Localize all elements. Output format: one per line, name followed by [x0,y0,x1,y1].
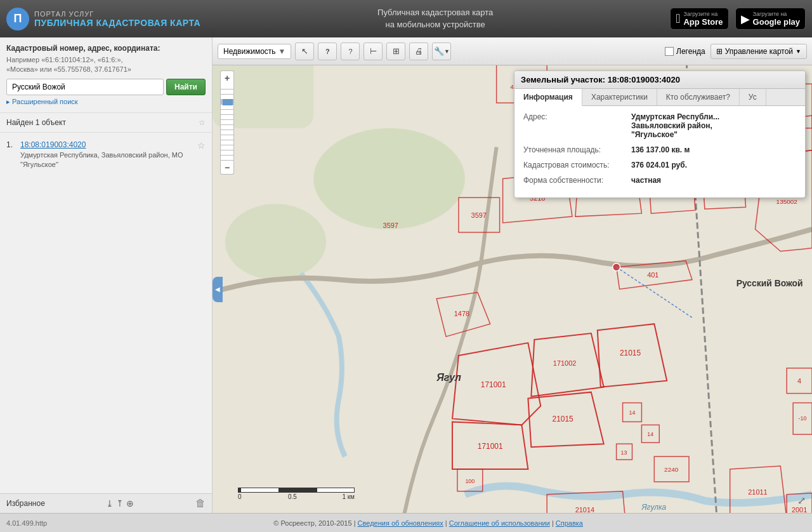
svg-marker-39 [528,392,603,448]
svg-text:135002: 135002 [776,198,798,205]
map-area[interactable]: Недвижимость ▼ ↖ ? ? ⊢ ⊞ 🖨 🔧 [213,37,812,513]
info-row-ownership: Форма собственности: частная [523,176,796,185]
result-item[interactable]: 1. 18:08:019003:4020 Удмуртская Республи… [0,136,212,174]
svg-text:3597: 3597 [383,222,398,229]
svg-text:2240: 2240 [664,466,679,473]
svg-text:171002: 171002 [553,359,577,367]
zoom-tick-1 [221,84,233,90]
print-tool-btn[interactable]: 🖨 [409,43,428,60]
apple-icon:  [676,11,680,26]
layer-dropdown[interactable]: Недвижимость ▼ [218,44,291,59]
appstore-button[interactable]:  Загрузите на App Store [670,8,728,30]
svg-rect-61 [787,368,812,394]
appstore-top: Загрузите на [683,11,723,17]
svg-text:13: 13 [621,449,627,456]
legend-button[interactable]: Легенда [665,47,705,56]
svg-marker-51 [547,491,625,513]
tab-extra[interactable]: Ус [740,89,766,105]
map-toolbar: Недвижимость ▼ ↖ ? ? ⊢ ⊞ 🖨 🔧 [213,37,812,65]
portal-title: ПУБЛИЧНАЯ КАДАСТРОВАЯ КАРТА [34,18,200,28]
logo-text: ПОРТАЛ УСЛУГ ПУБЛИЧНАЯ КАДАСТРОВАЯ КАРТА [34,10,200,28]
wrench-icon: 🔧 [434,46,444,56]
fav-trash-icon[interactable]: 🗑 [195,498,206,509]
area-label: Уточненная площадь: [523,145,625,154]
fav-export-icon[interactable]: ⤓ [106,498,114,509]
info-tool-btn[interactable]: ? [318,43,337,60]
zoom-tick-12 [221,140,233,145]
zoom-slider[interactable] [220,84,234,161]
footer-help-link[interactable]: Справка [556,519,583,527]
svg-marker-31 [452,343,540,425]
appstore-text: Загрузите на App Store [683,11,723,27]
grid-icon: ⊞ [716,47,723,56]
settings-arrow-icon: ▼ [444,48,450,55]
google-icon: ▶ [741,12,750,26]
result-link[interactable]: 18:08:019003:4020 [20,140,193,149]
results-star-icon[interactable]: ☆ [199,118,206,127]
tab-characteristics[interactable]: Характеристики [582,89,657,105]
manage-map-button[interactable]: ⊞ Управление картой ▼ [710,44,807,59]
googleplay-top: Загрузите на [753,11,800,17]
scale-line [238,488,355,493]
search-hint: Например «61:6:10104:12», «61:6:»,«Москв… [6,55,206,75]
result-content: 18:08:019003:4020 Удмуртская Республика,… [20,140,193,170]
popup-tabs: Информация Характеристики Кто обслуживае… [514,89,805,106]
dropdown-arrow-icon: ▼ [278,47,286,56]
search-button[interactable]: Найти [166,79,206,95]
svg-marker-37 [452,422,528,469]
scale-seg1 [240,488,278,493]
svg-text:Ягулка: Ягулка [641,503,666,512]
cursor-tool-btn[interactable]: ↖ [295,43,314,60]
tab-service[interactable]: Кто обслуживает? [657,89,740,105]
favorites-bar: Избранное ⤓ ⤒ ⊕ 🗑 [0,493,212,513]
fullscreen-icon[interactable]: ⤢ [797,495,806,507]
svg-text:21015: 21015 [553,415,574,423]
measure-icon: ⊢ [370,46,377,56]
fav-icons: ⤓ ⤒ ⊕ [106,498,134,509]
info-row-address: Адрес: Удмуртская Республи...Завьяловски… [523,112,796,139]
layers-tool-btn[interactable]: ⊞ [386,43,405,60]
info2-icon: ? [348,48,352,55]
panel-collapse-button[interactable]: ◀ [213,277,223,302]
search-row: Найти [6,79,206,95]
svg-rect-43 [641,425,659,442]
fav-import-icon[interactable]: ⤒ [116,498,124,509]
advanced-search-link[interactable]: Расширенный поиск [6,98,78,106]
tab-information[interactable]: Информация [514,89,582,106]
main-content: Кадастровый номер, адрес, координата: На… [0,37,812,513]
googleplay-button[interactable]: ▶ Загрузите на Google play [735,8,806,30]
svg-marker-35 [598,324,667,387]
svg-text:14: 14 [629,409,636,416]
result-num: 1. [6,140,16,170]
svg-point-1 [313,128,465,229]
legend-checkbox[interactable] [665,47,674,56]
info2-tool-btn[interactable]: ? [341,43,360,60]
zoom-handle[interactable] [223,99,233,105]
fav-add-icon[interactable]: ⊕ [126,498,134,509]
result-bookmark-icon[interactable]: ☆ [197,140,206,170]
portal-label: ПОРТАЛ УСЛУГ [34,10,200,18]
footer-agreement-link[interactable]: Соглашение об использовании [449,519,550,527]
toolbar-right: Легенда ⊞ Управление картой ▼ [665,44,807,59]
svg-text:171001: 171001 [478,442,503,451]
map-canvas[interactable]: 490 1788 3012 494 122 5218 3722 372 [213,65,812,513]
measure-tool-btn[interactable]: ⊢ [363,43,383,60]
zoom-out-button[interactable]: − [220,161,234,175]
zoom-in-button[interactable]: + [220,70,234,84]
svg-text:-10: -10 [799,415,807,422]
svg-text:401: 401 [647,271,658,279]
zoom-controls: + [220,70,234,175]
manage-map-arrow-icon: ▼ [796,48,801,55]
svg-text:Русский Вожой: Русский Вожой [737,278,803,288]
scale-labels: 0 0.5 1 км [238,493,355,500]
info-row-area: Уточненная площадь: 136 137.00 кв. м [523,145,796,154]
svg-text:3597: 3597 [471,211,487,219]
result-desc: Удмуртская Республика, Завьяловский райо… [20,150,193,170]
footer-center: © Росреестр, 2010-2015 | Сведения об обн… [51,519,806,527]
googleplay-text: Загрузите на Google play [753,11,800,27]
settings-tool-btn[interactable]: 🔧 ▼ [432,43,451,60]
mobile-text: Публичная кадастровая картана мобильном … [377,7,493,30]
search-input[interactable] [6,79,164,95]
results-header: Найден 1 объект ☆ [0,113,212,133]
footer-updates-link[interactable]: Сведения об обновлениях [358,519,443,527]
